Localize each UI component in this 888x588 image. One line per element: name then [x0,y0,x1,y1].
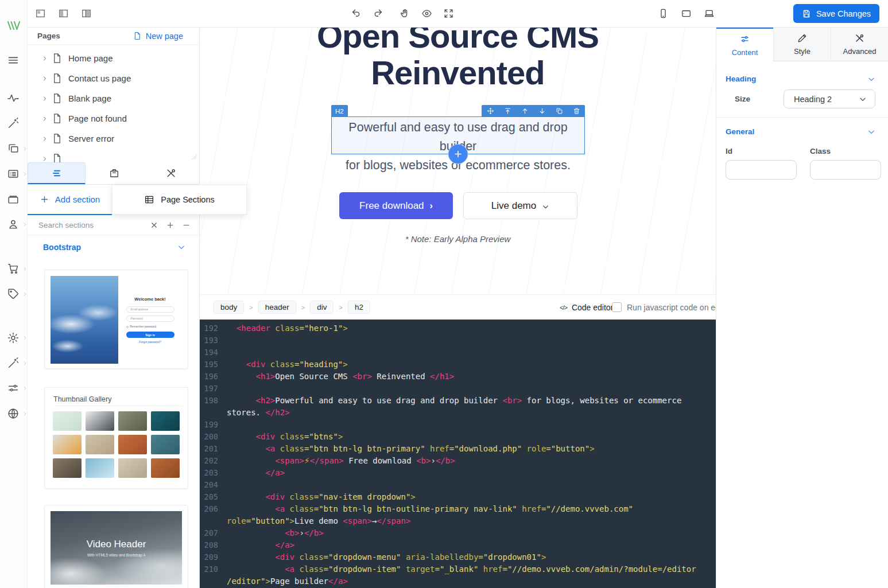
sidebar-activity-icon[interactable] [7,92,21,106]
add-section-tab[interactable]: Add section [28,185,112,215]
clone-icon[interactable] [550,105,568,117]
page-item[interactable]: Blank page [28,88,199,108]
breadcrumb-h2[interactable]: h2 [348,301,370,314]
chevron-right-icon [22,385,28,392]
chevron-right-icon [41,55,51,62]
move-down-icon[interactable] [533,105,550,117]
sidebar-tag-icon[interactable] [7,287,21,301]
tab-content[interactable]: Content [716,28,773,61]
left-panel: Pages New page Home page Contact us page… [28,28,200,588]
tab-style[interactable]: Style [773,28,831,61]
gallery-photo-tile [53,411,82,431]
code-line: /editor">Page builder</a> [200,575,716,587]
chevron-right-icon [22,146,28,152]
code-line: 206 <a class="btn btn-lg btn-outline-pri… [200,503,716,515]
sidebar-wand-icon[interactable] [7,357,21,371]
run-js-checkbox[interactable] [612,302,622,312]
code-editor[interactable]: 192 <header class="hero-1">193194195 <di… [200,320,716,588]
panel-tab-component[interactable] [86,162,142,184]
breadcrumb-div[interactable]: div [310,301,334,314]
sidebar-cart-icon[interactable] [7,262,21,276]
code-line: 199 [200,419,716,431]
gallery-photo-tile [86,458,114,478]
hero-heading[interactable]: Open Source CMSReinvented [200,28,716,91]
sidebar-menu-icon[interactable] [7,54,21,68]
chevron-down-icon[interactable] [867,75,875,83]
tablet-icon[interactable] [679,7,693,21]
code-line: 201 <a class="btn btn-lg btn-primary" hr… [200,443,716,455]
page-item[interactable]: Server error [28,128,199,149]
chevron-down-icon[interactable] [867,128,875,136]
selection-tag-badge: H2 [331,105,348,117]
trash-icon[interactable] [568,105,585,117]
gallery-photo-tile [118,458,147,478]
video-header-image: Video Header With HTML5 video and Bootst… [51,511,182,585]
section-thumbnail-login[interactable]: Welcome back! Email address Password Rem… [44,270,188,369]
expand-all-icon[interactable] [164,219,176,231]
tab-advanced[interactable]: Advanced [831,28,888,61]
properties-panel: ContentStyleAdvanced Heading Size Headin… [716,28,888,588]
breadcrumb-header[interactable]: header [258,301,296,314]
chevron-right-icon [22,335,28,341]
breadcrumb-body[interactable]: body [214,301,244,314]
panel-tab-sections[interactable] [28,162,86,184]
fullscreen-icon[interactable] [441,7,455,21]
sidebar-wand-icon[interactable] [7,117,21,131]
id-input[interactable] [726,160,797,180]
page-sections-tab[interactable]: Page Sections [112,185,247,215]
pages-panel-title: Pages [37,32,60,40]
clear-search-icon[interactable] [148,219,160,231]
collapse-all-icon[interactable] [180,219,192,231]
gallery-photo-tile [53,435,82,454]
bootstrap-group-header[interactable]: Bootstrap [28,235,199,259]
layout-left-icon[interactable] [33,7,47,21]
page-item[interactable]: Page not found [28,108,199,128]
page-item[interactable]: Contact us page [28,68,199,88]
login-mountains-image [51,276,118,364]
sidebar-panel-icon[interactable] [7,193,21,207]
code-editor-toggle[interactable]: </> Code editor [560,303,613,312]
page-item[interactable]: Home page [28,48,199,68]
live-demo-button[interactable]: Live demo [463,192,577,219]
move-up-icon[interactable] [516,105,533,117]
sidebar-sliders-icon[interactable] [7,382,21,396]
layout-split-icon[interactable] [56,7,70,21]
add-element-button[interactable] [449,145,468,163]
selected-h2-element[interactable]: H2 Powerful and easy to use drag and dro… [331,116,585,154]
panel-tab-tools[interactable] [142,162,199,184]
id-label: Id [726,147,810,155]
new-page-button[interactable]: New page [133,32,183,41]
sidebar-person-icon[interactable] [7,218,21,232]
page-item-partial[interactable] [28,149,199,162]
code-line: 203 </a> [200,467,716,479]
laptop-icon[interactable] [702,7,716,21]
class-input[interactable] [810,160,881,180]
undo-icon[interactable] [349,7,363,21]
redo-icon[interactable] [371,7,385,21]
layout-right-icon[interactable] [79,7,93,21]
sidebar-copy-icon[interactable] [7,142,21,156]
section-thumbnail-video-header[interactable]: Video Header With HTML5 video and Bootst… [44,505,188,588]
move-parent-icon[interactable] [499,105,516,117]
editor-canvas[interactable]: Open Source CMSReinvented H2 Powerful an… [200,28,716,294]
save-changes-button[interactable]: Save Changes [793,4,879,23]
pan-icon[interactable] [398,7,412,21]
sidebar-gear-icon[interactable] [7,332,21,345]
panel-resize-grip[interactable] [191,154,197,160]
sidebar-globe-icon[interactable] [7,407,21,421]
login-signin-button: Sign in [126,332,175,338]
sidebar-form-icon[interactable] [7,168,21,181]
video-header-title: Video Header [87,539,146,550]
alpha-note: * Note: Early Alpha Preview [200,234,716,244]
gallery-photo-tile [86,435,114,454]
search-sections-input[interactable] [38,221,144,229]
heading-size-select[interactable]: Heading 2 [784,89,875,108]
section-thumbnail-gallery[interactable]: Thumbnail Gallery [44,387,188,489]
breadcrumb-separator: > [339,304,342,311]
mobile-icon[interactable] [656,7,670,21]
preview-eye-icon[interactable] [420,7,433,21]
plus-icon [40,194,49,204]
move-icon[interactable] [482,105,499,117]
login-remember-row: Remember password [126,325,175,328]
free-download-button[interactable]: Free download› [339,192,453,219]
